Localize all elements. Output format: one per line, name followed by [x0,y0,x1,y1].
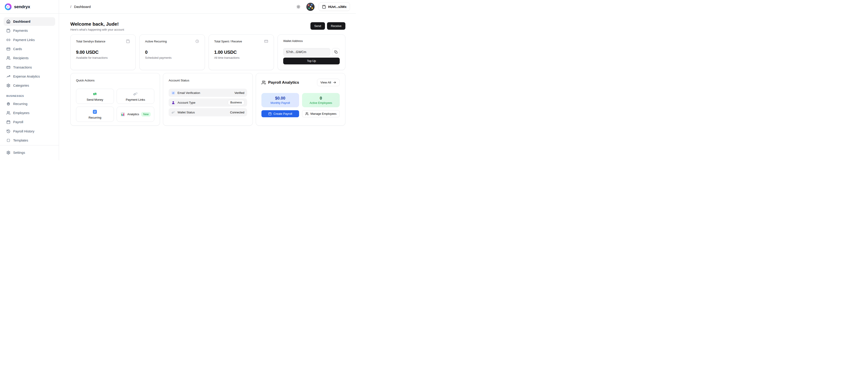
home-icon [6,20,10,24]
sendryx-logo-icon [4,3,12,10]
account-status-title: Account Status [168,79,247,82]
sidebar-item-label: Payments [13,29,28,32]
wallet-address-label: Wallet Address [283,39,303,43]
sidebar-item-expense-analytics[interactable]: Expense Analytics [4,72,55,81]
users-icon [261,80,266,85]
quick-action-payment-links[interactable]: Payment Links [117,89,155,104]
main-content: Welcome back, Jude! Here's what's happen… [59,13,356,160]
sidebar-item-dashboard[interactable]: Dashboard [4,17,55,26]
sidebar-item-transactions[interactable]: Transactions [4,63,55,72]
second-row: Quick Actions [70,73,345,126]
chain-link-icon [133,91,138,96]
history-icon [6,129,10,133]
sidebar-item-label: Recipients [13,56,29,60]
view-all-button[interactable]: View All [317,79,340,86]
payroll-analytics-title: Payroll Analytics [268,80,299,85]
sidebar-item-payroll-history[interactable]: Payroll History [4,127,55,135]
payroll-analytics-card: Payroll Analytics View All $0.00 Monthly… [256,73,345,126]
send-button[interactable]: Send [310,22,325,30]
active-employees-tile: 0 Active Employees [302,93,340,107]
theme-toggle-button[interactable] [294,3,302,11]
topbar: / Dashboard HUvt...s3Wx [59,0,356,13]
credit-card-icon [6,65,10,69]
stat-caption: Available for transactions [76,56,130,59]
create-payroll-button[interactable]: Create Payroll [261,110,299,117]
wallet-status-row: Wallet Status Connected [168,108,247,116]
status-value: Verified [235,91,244,95]
sidebar-item-label: Payroll [13,120,23,124]
page-title: Welcome back, Jude! [70,21,124,27]
wallet-address-input[interactable] [283,48,330,56]
sidebar-item-recurring[interactable]: Recurring [4,100,55,108]
sidebar-footer: Settings [0,145,59,160]
status-label: Wallet Status [178,111,195,114]
dashed-square-icon [6,138,10,142]
arrow-right-icon [333,81,336,84]
quick-action-recurring[interactable]: Recurring [76,107,114,122]
sidebar-item-cards[interactable]: Cards [4,45,55,53]
create-payroll-label: Create Payroll [274,112,292,116]
wallet-chip-label: HUvt...s3Wx [328,5,346,9]
manage-employees-button[interactable]: Manage Employees [302,110,340,117]
sidebar-item-categories[interactable]: Categories [4,81,55,90]
wallet-address-button[interactable]: HUvt...s3Wx [319,2,350,11]
sidebar-item-label: Dashboard [13,20,30,23]
sidebar-item-payment-links[interactable]: Payment Links [4,36,55,44]
users-icon [6,111,10,115]
sidebar-item-settings[interactable]: Settings [4,148,55,157]
wallet-address-card: Wallet Address Top Up [278,34,345,70]
breadcrumb-separator: / [70,5,71,9]
users-icon [305,112,309,116]
status-label: Account Type [178,101,195,104]
top-up-button[interactable]: Top Up [283,58,340,64]
quick-action-label: Send Money [87,98,103,101]
copy-address-button[interactable] [332,48,340,56]
brand: sendryx [0,0,59,13]
stat-caption: All time transactions [214,56,268,59]
receipt-machine-icon [6,102,10,106]
sun-icon [296,4,301,9]
credit-card-icon [264,39,268,43]
sidebar-item-label: Settings [13,151,25,155]
sidebar-nav: Dashboard Payments Payment Links Cards R… [0,13,59,145]
stat-cards-row: Total Sendryx Balance 9.00 USDC Availabl… [70,34,345,70]
copy-icon [334,51,338,54]
receive-button[interactable]: Receive [327,22,345,30]
total-spent-card: Total Spent / Receive 1.00 USDC All time… [209,34,274,70]
view-all-label: View All [320,81,331,84]
sidebar-item-employees[interactable]: Employees [4,109,55,117]
monthly-payroll-label: Monthly Payroll [271,101,290,104]
monthly-payroll-value: $0.00 [275,96,285,101]
quick-action-label: Payment Links [126,98,145,101]
active-employees-label: Active Employees [310,101,332,104]
total-balance-card: Total Sendryx Balance 9.00 USDC Availabl… [70,34,136,70]
stat-label: Total Sendryx Balance [76,40,105,43]
sidebar: sendryx Dashboard Payments Payment Links… [0,0,59,160]
status-label: Email Verification [178,91,200,95]
quick-action-analytics[interactable]: Analytics New [117,107,155,122]
breadcrumb: Dashboard [74,5,91,9]
bar-chart-icon [120,112,125,117]
calendar-icon [268,112,272,116]
sidebar-item-payroll[interactable]: Payroll [4,118,55,126]
sidebar-item-label: Recurring [13,102,27,106]
gear-icon [6,151,10,155]
account-type-row: Account Type Business [168,98,247,107]
sidebar-item-label: Templates [13,138,28,142]
quick-action-send-money[interactable]: Send Money [76,89,114,104]
avatar[interactable] [306,3,314,11]
account-status-card: Account Status @ Email Verification Veri… [163,73,253,126]
sidebar-item-templates[interactable]: Templates [4,136,55,145]
person-icon [171,101,175,104]
sidebar-item-payments[interactable]: Payments [4,26,55,35]
money-with-wings-icon [92,91,97,96]
trending-up-icon [6,74,10,78]
credit-card-icon [6,47,10,51]
sidebar-item-label: Cards [13,47,22,51]
sidebar-item-label: Categories [13,84,29,87]
sidebar-item-label: Transactions [13,66,32,69]
status-value: Connected [230,111,244,114]
calendar-icon [6,120,10,124]
sidebar-item-label: Payroll History [13,130,34,133]
sidebar-item-recipients[interactable]: Recipients [4,54,55,62]
